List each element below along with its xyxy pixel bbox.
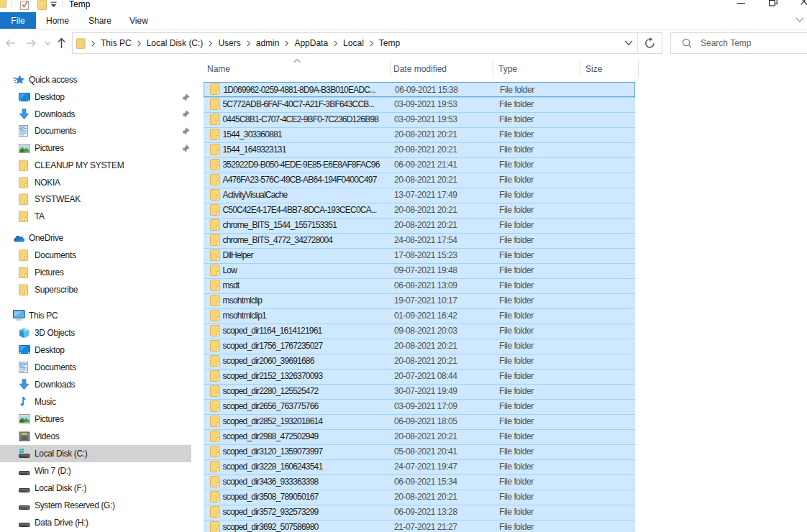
svg-text:3: 3 (22, 329, 24, 331)
